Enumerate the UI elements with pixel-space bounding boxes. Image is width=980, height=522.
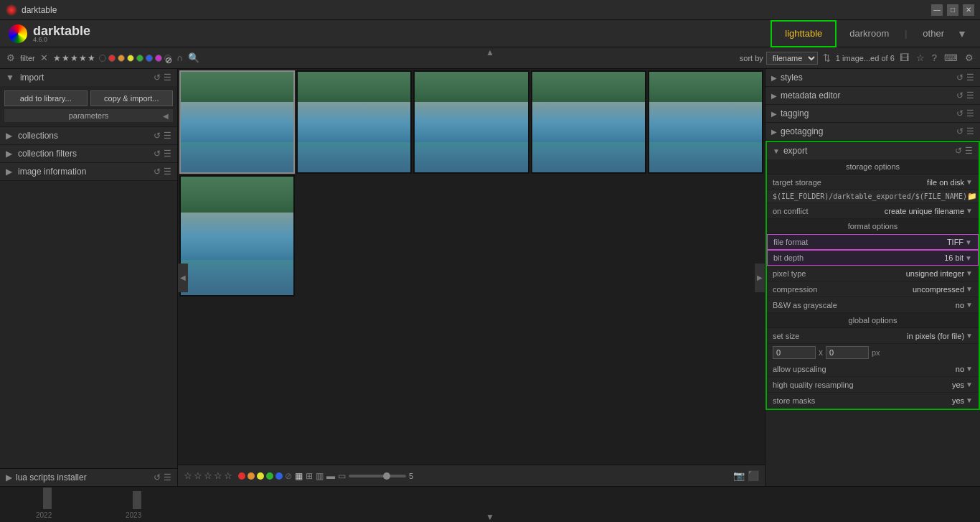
export-path[interactable]: $(ILE_FOLDER)/darktable_exported/$(FILE_… <box>773 192 967 200</box>
add-to-library-button[interactable]: add to library... <box>4 90 88 106</box>
compare-view-icon[interactable]: ▭ <box>338 471 346 481</box>
right-panel-toggle[interactable]: ▶ <box>755 264 765 292</box>
star-3[interactable]: ☆ <box>204 470 212 481</box>
titlebar-controls[interactable]: — □ ✕ <box>931 4 974 16</box>
color-circle-none[interactable]: ⊘ <box>164 55 171 62</box>
collection-filters-menu-icon[interactable]: ☰ <box>164 149 171 159</box>
image-thumb-5[interactable] <box>648 70 763 174</box>
tagging-reset-icon[interactable]: ↺ <box>956 108 963 118</box>
export-header[interactable]: ▼ export ↺ ☰ <box>767 142 979 159</box>
image-thumb-3[interactable] <box>413 70 529 174</box>
filmstrip-view-icon[interactable]: ▥ <box>316 471 324 481</box>
keyboard-icon[interactable]: ⌨ <box>942 51 960 65</box>
color-label-green[interactable] <box>266 472 273 480</box>
set-size-value[interactable]: in pixels (for file) ▼ <box>907 332 973 340</box>
left-panel-toggle[interactable]: ◀ <box>178 264 188 292</box>
minimize-button[interactable]: — <box>931 4 943 16</box>
import-reset-icon[interactable]: ↺ <box>154 73 161 83</box>
image-information-reset-icon[interactable]: ↺ <box>154 167 161 177</box>
color-circle-orange[interactable] <box>118 55 125 62</box>
camera-icon[interactable]: 📷 <box>733 470 745 481</box>
help-icon[interactable]: ? <box>930 51 939 65</box>
geotagging-header[interactable]: ▶ geotagging ↺ ☰ <box>765 123 980 140</box>
filter-close-icon[interactable]: ✕ <box>38 51 50 65</box>
metadata-editor-reset-icon[interactable]: ↺ <box>956 90 963 101</box>
sort-select[interactable]: filename date <box>766 52 818 65</box>
color-label-yellow[interactable] <box>257 472 264 480</box>
full-view-icon[interactable]: ▬ <box>326 471 335 481</box>
nav-dropdown-arrow[interactable]: ▼ <box>957 20 971 47</box>
file-format-value[interactable]: TIFF ▼ <box>947 238 972 246</box>
color-circle-purple[interactable] <box>155 55 162 62</box>
settings-icon[interactable]: ⚙ <box>963 51 976 65</box>
sort-direction-icon[interactable]: ⇅ <box>821 51 833 65</box>
high-quality-value[interactable]: yes ▼ <box>952 381 973 389</box>
collections-header[interactable]: ▶ collections ↺ ☰ <box>0 127 177 144</box>
on-conflict-value[interactable]: create unique filename ▼ <box>885 207 973 215</box>
film-icon[interactable]: 🎞 <box>897 51 911 65</box>
pixel-type-value[interactable]: unsigned integer ▼ <box>906 269 973 278</box>
target-storage-value[interactable]: file on disk ▼ <box>927 178 973 187</box>
color-label-red[interactable] <box>238 472 245 480</box>
tab-darkroom[interactable]: darkroom <box>837 20 902 47</box>
height-input[interactable] <box>826 346 869 359</box>
geotagging-reset-icon[interactable]: ↺ <box>956 126 963 136</box>
import-header[interactable]: ▼ import ↺ ☰ <box>0 69 177 86</box>
grid-view-icon[interactable]: ▦ <box>295 471 303 481</box>
styles-header[interactable]: ▶ styles ↺ ☰ <box>765 69 980 86</box>
image-thumb-4[interactable] <box>531 70 646 174</box>
color-circle-red[interactable] <box>108 55 116 62</box>
lua-reset-icon[interactable]: ↺ <box>154 472 161 483</box>
color-label-orange[interactable] <box>248 472 255 480</box>
tagging-menu-icon[interactable]: ☰ <box>966 108 974 118</box>
allow-upscaling-value[interactable]: no ▼ <box>956 365 973 373</box>
star-4[interactable]: ☆ <box>214 470 222 481</box>
color-circle-yellow[interactable] <box>127 55 134 62</box>
styles-menu-icon[interactable]: ☰ <box>966 73 974 83</box>
search-icon[interactable]: 🔍 <box>188 52 199 63</box>
color-circle-blue[interactable] <box>146 55 153 62</box>
import-menu-icon[interactable]: ☰ <box>164 73 171 83</box>
fullscreen-icon[interactable]: ⬛ <box>748 470 759 481</box>
close-button[interactable]: ✕ <box>963 4 974 16</box>
parameters-bar[interactable]: parameters <box>4 109 173 122</box>
metadata-editor-header[interactable]: ▶ metadata editor ↺ ☰ <box>765 87 980 104</box>
store-masks-value[interactable]: yes ▼ <box>952 396 973 405</box>
star-2[interactable]: ☆ <box>194 470 202 481</box>
zoomable-view-icon[interactable]: ⊞ <box>306 471 313 481</box>
bottom-panel-toggle[interactable]: ▼ <box>486 512 494 522</box>
star-rating-filter[interactable]: ★★★★★ <box>53 53 96 63</box>
color-circle-green[interactable] <box>136 55 143 62</box>
tab-lighttable[interactable]: lighttable <box>771 20 837 47</box>
star-icon[interactable]: ☆ <box>914 51 927 65</box>
collections-menu-icon[interactable]: ☰ <box>164 131 171 141</box>
metadata-editor-menu-icon[interactable]: ☰ <box>966 90 974 101</box>
image-information-header[interactable]: ▶ image information ↺ ☰ <box>0 163 177 180</box>
intersection-icon[interactable]: ∩ <box>174 51 185 65</box>
bw-grayscale-value[interactable]: no ▼ <box>956 301 973 309</box>
compression-value[interactable]: uncompressed ▼ <box>913 285 973 294</box>
export-reset-icon[interactable]: ↺ <box>955 146 962 156</box>
image-thumb-2[interactable] <box>296 70 412 174</box>
geotagging-menu-icon[interactable]: ☰ <box>966 126 974 136</box>
export-menu-icon[interactable]: ☰ <box>965 146 973 156</box>
filter-icon[interactable]: ⚙ <box>4 51 17 65</box>
star-5[interactable]: ☆ <box>224 470 232 481</box>
collection-filters-header[interactable]: ▶ collection filters ↺ ☰ <box>0 145 177 162</box>
styles-reset-icon[interactable]: ↺ <box>956 73 963 83</box>
reject-icon[interactable]: ⊘ <box>285 471 292 481</box>
tab-other[interactable]: other <box>910 20 957 47</box>
star-1[interactable]: ☆ <box>184 470 192 481</box>
maximize-button[interactable]: □ <box>947 4 958 16</box>
color-circle-all[interactable] <box>99 55 106 62</box>
color-label-blue[interactable] <box>275 472 283 480</box>
top-panel-toggle[interactable]: ▲ <box>486 47 494 57</box>
image-information-menu-icon[interactable]: ☰ <box>164 167 171 177</box>
lua-menu-icon[interactable]: ☰ <box>164 472 171 483</box>
image-thumb-1[interactable] <box>179 70 295 174</box>
copy-import-button[interactable]: copy & import... <box>90 90 174 106</box>
tagging-header[interactable]: ▶ tagging ↺ ☰ <box>765 105 980 122</box>
image-thumb-6[interactable] <box>179 175 295 297</box>
bit-depth-value[interactable]: 16 bit ▼ <box>944 253 972 262</box>
collections-reset-icon[interactable]: ↺ <box>154 131 161 141</box>
